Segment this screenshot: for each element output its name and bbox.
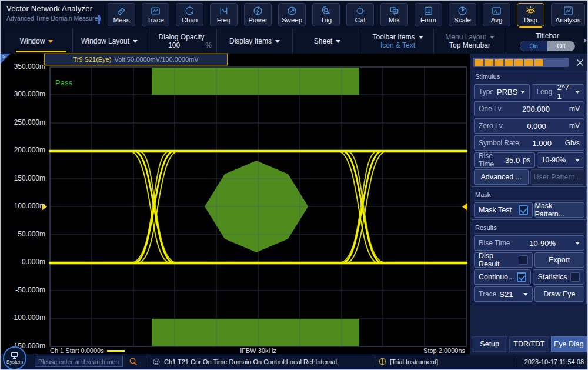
stimulus-group: Stimulus Type PRBS Leng. 2^7-1 One Lv. 2… xyxy=(472,71,587,187)
titlebar-toggle[interactable]: On Off xyxy=(520,41,575,51)
titlebar-toggle-on[interactable]: On xyxy=(520,41,547,51)
statistics-checkbox-field[interactable]: Statistics xyxy=(533,269,584,285)
trace-tab[interactable]: Tr9 S21(Eye) Volt 50.0000mV/100.0000mV xyxy=(44,54,228,65)
dialog-opacity-unit: % xyxy=(205,41,216,49)
menu-toolbar-items[interactable]: Toolbar Items Icon & Text xyxy=(362,29,434,54)
symbol-rate-label: Symbol Rate xyxy=(479,139,519,147)
disp-result-checkbox-field[interactable]: Disp Result xyxy=(474,252,533,268)
symbol-rate-field[interactable]: Symbol Rate 1.000 Gb/s xyxy=(474,135,584,151)
toolbar-button-chan[interactable]: Chan xyxy=(176,3,203,26)
titlebar-toggle-off[interactable]: Off xyxy=(547,41,575,51)
close-icon[interactable] xyxy=(574,56,586,68)
toolbar-button-label: Avg xyxy=(491,16,503,24)
stimulus-length-dropdown[interactable]: Leng. 2^7-1 xyxy=(532,84,584,99)
user-pattern-button: User Pattern... xyxy=(530,169,585,185)
toolbar-button-avg[interactable]: Avg xyxy=(483,3,510,26)
channel-status-text: Ch1 T21 Cor:On Time Domain:On Control:Lo… xyxy=(164,358,337,365)
tab-eye-diag[interactable]: Eye Diag xyxy=(551,336,587,352)
results-group: Results Rise Time 10-90% Disp Result Exp… xyxy=(472,222,587,304)
export-button[interactable]: Export xyxy=(534,252,585,268)
toolbar-button-label: Power xyxy=(248,16,268,24)
length-value: 2^7-1 xyxy=(557,83,572,101)
channel-status-block: Ch1 T21 Cor:On Time Domain:On Control:Lo… xyxy=(152,358,337,366)
chevron-down-icon xyxy=(575,159,580,162)
advanced-button[interactable]: Advanced ... xyxy=(474,169,529,185)
menu-sheet[interactable]: Sheet xyxy=(293,29,362,54)
menu-window-layout[interactable]: Window Layout xyxy=(73,29,146,54)
system-button[interactable]: System xyxy=(3,346,26,370)
continuous-checkbox-field[interactable]: Continuo... xyxy=(474,269,531,285)
symbol-rate-value: 1.000 xyxy=(522,139,562,148)
search-icon[interactable] xyxy=(129,357,138,366)
toolbar-button-meas[interactable]: Meas xyxy=(108,3,135,26)
rise-time-label: Rise Time xyxy=(479,152,502,168)
one-level-field[interactable]: One Lv. 200.000 mV xyxy=(474,101,584,116)
menu-menu-layout[interactable]: Menu Layout Top Menubar xyxy=(434,29,506,54)
rise-time-field[interactable]: Rise Time 35.0 ps xyxy=(474,152,535,168)
toolbar-button-sweep[interactable]: Sweep xyxy=(278,3,306,26)
mask-test-checkbox-field[interactable]: Mask Test xyxy=(474,202,533,218)
chevron-down-icon xyxy=(336,40,340,43)
chevron-down-icon xyxy=(48,40,53,43)
trace-select-dropdown[interactable]: Trace S21 xyxy=(474,286,533,302)
frequency-icon xyxy=(218,5,229,16)
draw-eye-button[interactable]: Draw Eye xyxy=(534,286,585,302)
toolbar-button-disp[interactable]: Disp xyxy=(517,3,544,26)
toolbar-button-cal[interactable]: Cal xyxy=(346,3,374,26)
chevron-down-icon xyxy=(575,91,580,94)
rise-time-range-dropdown[interactable]: 10-90% xyxy=(537,152,584,168)
y-tick-label: -50.000m xyxy=(1,286,45,294)
tab-tdr-tdt[interactable]: TDR/TDT xyxy=(509,336,549,352)
statusbar-divider xyxy=(146,357,146,366)
right-reference-marker[interactable] xyxy=(462,203,467,211)
start-label: Ch 1 Start 0.0000s xyxy=(50,347,104,354)
results-rise-time-label: Rise Time xyxy=(479,239,510,247)
tab-setup[interactable]: Setup xyxy=(472,336,507,352)
toolbar-button-trace[interactable]: Trace xyxy=(142,3,169,26)
toolbar-button-analysis[interactable]: Analysis xyxy=(551,3,585,26)
menu-window[interactable]: Window xyxy=(1,29,73,54)
toolbar-button-mrk[interactable]: Mrk xyxy=(380,3,408,26)
statusbar-divider xyxy=(375,357,375,366)
trace-chart-icon xyxy=(150,5,161,16)
trace-color-swatch xyxy=(107,350,125,352)
chevron-down-icon xyxy=(419,36,423,39)
average-icon xyxy=(491,5,502,16)
toolbar-button-label: Analysis xyxy=(556,16,581,24)
menu-search-box[interactable] xyxy=(35,356,123,367)
toolbar-button-scale[interactable]: Scale xyxy=(449,3,476,26)
menu-display-items-label: Display Items xyxy=(229,37,272,45)
menubar-overflow-arrow-icon[interactable] xyxy=(584,38,587,43)
y-tick-label: 150.000m xyxy=(1,174,45,182)
results-rise-time-dropdown[interactable]: Rise Time 10-90% xyxy=(474,235,584,251)
toolbar-button-label: Disp xyxy=(524,16,537,24)
progress-segment xyxy=(514,59,523,66)
mask-test-checkbox[interactable] xyxy=(519,205,528,215)
dialog-opacity-value[interactable]: 100 xyxy=(146,41,202,49)
zero-level-value: 0.000 xyxy=(507,122,566,131)
sidebar-tabs: Setup TDR/TDT Eye Diag xyxy=(472,336,587,352)
y-tick-label: 200.000m xyxy=(1,146,45,154)
toolbar-button-form[interactable]: Form xyxy=(415,3,442,26)
toolbar-button-power[interactable]: Power xyxy=(244,3,272,26)
mask-pattern-button[interactable]: Mask Pattern... xyxy=(534,202,585,218)
trigger-icon xyxy=(320,5,332,16)
active-menu-underline xyxy=(16,51,66,52)
zero-level-field[interactable]: Zero Lv. 0.000 mV xyxy=(474,118,584,134)
toolbar-button-trig[interactable]: Trig xyxy=(312,3,340,26)
search-input[interactable] xyxy=(38,358,119,365)
menu-display-items[interactable]: Display Items xyxy=(217,29,293,54)
toolbar-buttons: Meas Trace Chan Freq Power Sweep xyxy=(105,1,585,29)
continuous-checkbox[interactable] xyxy=(517,272,526,282)
stimulus-type-dropdown[interactable]: Type PRBS xyxy=(474,84,530,99)
chevron-down-icon xyxy=(520,91,525,94)
disp-result-checkbox[interactable] xyxy=(519,255,528,265)
toolbar-button-label: Chan xyxy=(182,16,198,24)
symbol-rate-unit: Gb/s xyxy=(565,139,580,147)
menu-toolbar-items-label: Toolbar Items xyxy=(372,33,415,41)
statistics-checkbox[interactable] xyxy=(570,272,580,282)
stimulus-group-title: Stimulus xyxy=(474,72,584,82)
system-button-label: System xyxy=(6,359,23,365)
mask-test-label: Mask Test xyxy=(479,206,512,214)
toolbar-button-freq[interactable]: Freq xyxy=(210,3,238,26)
